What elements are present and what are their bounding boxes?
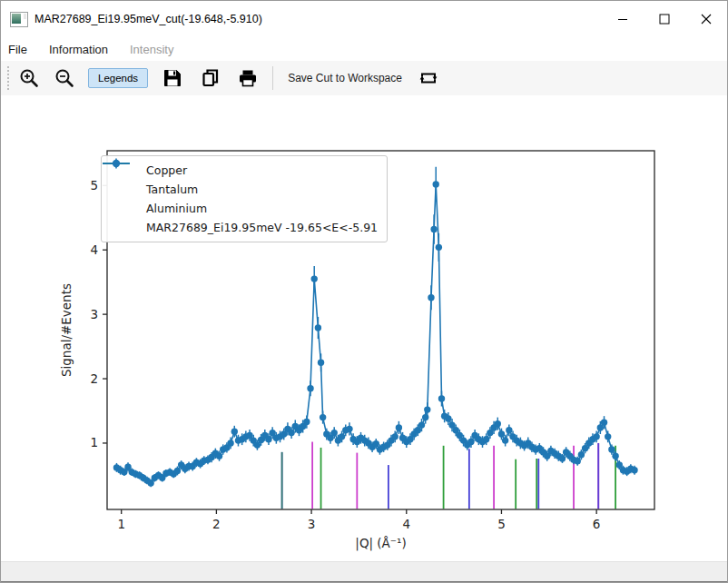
legend-entry: Tantalum xyxy=(109,180,378,199)
minimize-button[interactable] xyxy=(602,1,644,37)
window-title: MAR27689_Ei19.95meV_cut(-19.648,-5.910) xyxy=(34,13,262,25)
window: MAR27689_Ei19.95meV_cut(-19.648,-5.910) … xyxy=(0,0,728,583)
close-icon xyxy=(701,14,712,25)
legend-label: Tantalum xyxy=(146,183,198,196)
legend-entry: Copper xyxy=(109,161,378,180)
zoom-in-button[interactable] xyxy=(16,65,42,91)
x-tick-label: 6 xyxy=(593,517,601,531)
x-tick-label: 2 xyxy=(212,517,221,531)
print-icon xyxy=(237,67,259,89)
menu-file[interactable]: File xyxy=(3,40,33,59)
legend-label: Copper xyxy=(146,163,187,177)
close-button[interactable] xyxy=(685,1,727,37)
refresh-loop-icon xyxy=(418,67,439,89)
legend-label: Aluminium xyxy=(146,202,207,215)
app-window-icon xyxy=(10,12,28,27)
x-tick-label: 3 xyxy=(308,517,316,531)
minimize-icon xyxy=(617,14,628,25)
menu-bar: File Information Intensity xyxy=(1,37,727,61)
plot-legend: CopperTantalumAluminiumMAR27689_Ei19.95m… xyxy=(101,155,388,242)
x-axis-label: |Q| (Å⁻¹) xyxy=(355,536,406,551)
x-tick-label: 1 xyxy=(117,517,125,531)
maximize-button[interactable] xyxy=(644,1,685,37)
menu-intensity: Intensity xyxy=(124,40,179,59)
save-figure-button[interactable] xyxy=(161,66,184,90)
zoom-out-icon xyxy=(54,67,75,89)
app-icon-strip xyxy=(24,14,26,19)
figure-area: 12345612345|Q| (Å⁻¹)Signal/#Events Coppe… xyxy=(1,95,728,561)
toolbar-separator xyxy=(272,66,273,90)
print-figure-button[interactable] xyxy=(235,65,261,91)
legend-entry: Aluminium xyxy=(109,199,378,218)
status-bar xyxy=(1,561,727,583)
legend-entry: MAR27689_Ei19.95meV -19.65<E<-5.91 xyxy=(109,218,378,237)
refresh-button[interactable] xyxy=(416,65,441,91)
save-cut-to-workspace-button[interactable]: Save Cut to Workspace xyxy=(284,67,406,89)
x-tick-label: 4 xyxy=(402,517,410,531)
y-tick-label: 4 xyxy=(90,242,98,257)
title-bar: MAR27689_Ei19.95meV_cut(-19.648,-5.910) xyxy=(1,1,727,37)
legends-toggle-button[interactable]: Legends xyxy=(88,68,148,88)
toolbar: Legends Save Cut to Workspace xyxy=(1,61,727,96)
y-tick-label: 2 xyxy=(90,371,98,386)
copy-figure-button[interactable] xyxy=(198,65,223,91)
zoom-in-icon xyxy=(18,67,40,89)
window-controls xyxy=(602,1,727,37)
copy-icon xyxy=(200,67,221,89)
legend-label: MAR27689_Ei19.95meV -19.65<E<-5.91 xyxy=(146,221,378,234)
toolbar-drag-handle[interactable] xyxy=(7,66,9,90)
save-icon xyxy=(162,68,182,88)
menu-information[interactable]: Information xyxy=(44,40,113,59)
y-axis-label: Signal/#Events xyxy=(59,283,74,377)
y-tick-label: 1 xyxy=(90,435,98,450)
x-tick-label: 5 xyxy=(497,517,506,531)
app-icon-plot-area xyxy=(12,14,21,24)
y-tick-label: 3 xyxy=(90,307,98,321)
zoom-out-button[interactable] xyxy=(52,65,77,91)
maximize-icon xyxy=(659,14,670,25)
y-tick-label: 5 xyxy=(90,178,98,193)
